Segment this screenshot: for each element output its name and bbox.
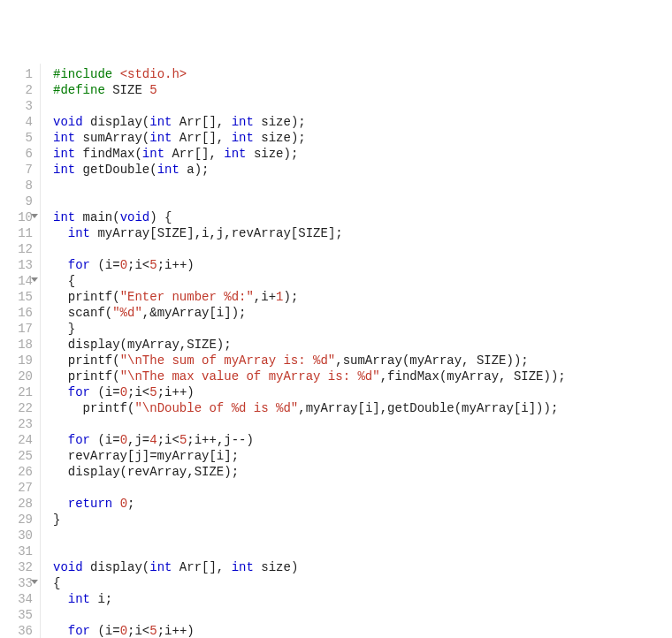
code-line[interactable]: [53, 416, 566, 432]
token: }: [53, 322, 75, 336]
code-line[interactable]: revArray[j]=myArray[i];: [53, 448, 566, 464]
token: int: [53, 210, 75, 224]
code-line[interactable]: {: [53, 575, 566, 591]
line-number: 7: [5, 162, 33, 178]
token: display(myArray,SIZE);: [53, 338, 232, 352]
code-line[interactable]: [53, 241, 566, 257]
code-line[interactable]: int myArray[SIZE],i,j,revArray[SIZE];: [53, 225, 566, 241]
token: Arr[],: [164, 147, 224, 161]
token: for: [68, 624, 90, 638]
token: [53, 258, 68, 272]
code-line[interactable]: for (i=0;i<5;i++): [53, 384, 566, 400]
code-line[interactable]: int sumArray(int Arr[], int size);: [53, 130, 566, 146]
fold-toggle-icon[interactable]: [31, 277, 38, 282]
line-number: 20: [5, 368, 33, 384]
token: getDouble(: [75, 163, 157, 177]
line-number: 11: [5, 225, 33, 241]
code-line[interactable]: for (i=0;i<5;i++): [53, 257, 566, 273]
line-number: 19: [5, 353, 33, 368]
code-line[interactable]: [53, 528, 566, 543]
token: int: [232, 560, 254, 574]
token: );: [283, 290, 298, 304]
code-area[interactable]: #include <stdio.h>#define SIZE 5 void di…: [41, 64, 566, 638]
line-number: 5: [5, 130, 33, 146]
line-number: 6: [5, 146, 33, 162]
code-line[interactable]: [53, 607, 566, 623]
code-line[interactable]: [53, 178, 566, 194]
token: int: [53, 163, 75, 177]
token: printf(: [53, 401, 134, 415]
token: Arr[],: [172, 115, 231, 129]
token: [53, 433, 68, 447]
code-line[interactable]: #define SIZE 5: [53, 82, 566, 98]
code-line[interactable]: [53, 543, 566, 559]
token: myArray[SIZE],i,j,revArray[SIZE];: [90, 226, 343, 240]
token: 0: [120, 497, 127, 511]
line-number: 2: [5, 82, 33, 98]
token: ;i<: [127, 624, 149, 638]
fold-toggle-icon[interactable]: [31, 214, 38, 218]
token: ;i++): [157, 258, 195, 272]
token: ;i<: [127, 258, 149, 272]
line-number: 16: [5, 305, 33, 321]
token: 5: [149, 385, 157, 399]
token: 0: [120, 258, 127, 272]
code-line[interactable]: #include <stdio.h>: [53, 66, 566, 82]
code-line[interactable]: printf("Enter number %d:",i+1);: [53, 289, 566, 305]
code-line[interactable]: }: [53, 512, 566, 528]
code-line[interactable]: int main(void) {: [53, 209, 566, 225]
token: size);: [254, 131, 306, 145]
line-number: 4: [5, 114, 33, 130]
fold-toggle-icon[interactable]: [31, 580, 38, 584]
token: ;i<: [127, 385, 149, 399]
line-number: 31: [5, 543, 33, 559]
code-line[interactable]: [53, 480, 566, 496]
line-number: 21: [5, 384, 33, 400]
token: printf(: [53, 369, 120, 384]
line-number: 17: [5, 321, 33, 337]
token: ) {: [149, 210, 172, 224]
token: i;: [90, 592, 112, 606]
code-line[interactable]: int getDouble(int a);: [53, 162, 566, 178]
line-number: 30: [5, 528, 33, 543]
line-number: 35: [5, 607, 33, 623]
token: 5: [149, 83, 157, 97]
token: int: [149, 560, 172, 574]
code-line[interactable]: {: [53, 273, 566, 289]
token: size);: [254, 115, 306, 129]
code-line[interactable]: void display(int Arr[], int size);: [53, 114, 566, 130]
token: ;i++,j--): [187, 433, 254, 447]
token: return: [68, 497, 112, 511]
code-line[interactable]: display(revArray,SIZE);: [53, 464, 566, 480]
code-line[interactable]: int findMax(int Arr[], int size);: [53, 146, 566, 162]
token: ,j=: [127, 433, 149, 447]
code-line[interactable]: display(myArray,SIZE);: [53, 337, 566, 353]
token: a);: [179, 163, 210, 177]
token: "\nThe max value of myArray is: %d": [120, 369, 380, 384]
line-number: 12: [5, 241, 33, 257]
code-line[interactable]: for (i=0,j=4;i<5;i++,j--): [53, 432, 566, 448]
line-number: 14: [5, 273, 33, 289]
token: void: [120, 210, 150, 224]
code-line[interactable]: printf("\nThe sum of myArray is: %d",sum…: [53, 353, 566, 368]
code-line[interactable]: [53, 194, 566, 209]
token: for: [68, 433, 90, 447]
token: sumArray(: [75, 131, 149, 145]
code-line[interactable]: }: [53, 321, 566, 337]
line-number: 23: [5, 416, 33, 432]
token: display(: [83, 115, 150, 129]
token: main(: [75, 210, 119, 224]
line-number: 1: [5, 66, 33, 82]
token: display(revArray,SIZE);: [53, 465, 239, 479]
code-line[interactable]: for (i=0;i<5;i++): [53, 623, 566, 638]
code-line[interactable]: [53, 98, 566, 114]
code-line[interactable]: printf("\nDouble of %d is %d",myArray[i]…: [53, 400, 566, 416]
code-line[interactable]: scanf("%d",&myArray[i]);: [53, 305, 566, 321]
line-number: 22: [5, 400, 33, 416]
token: int: [232, 131, 254, 145]
code-line[interactable]: return 0;: [53, 496, 566, 512]
code-line[interactable]: printf("\nThe max value of myArray is: %…: [53, 368, 566, 384]
token: [53, 417, 68, 431]
code-line[interactable]: void display(int Arr[], int size): [53, 559, 566, 575]
code-line[interactable]: int i;: [53, 591, 566, 607]
